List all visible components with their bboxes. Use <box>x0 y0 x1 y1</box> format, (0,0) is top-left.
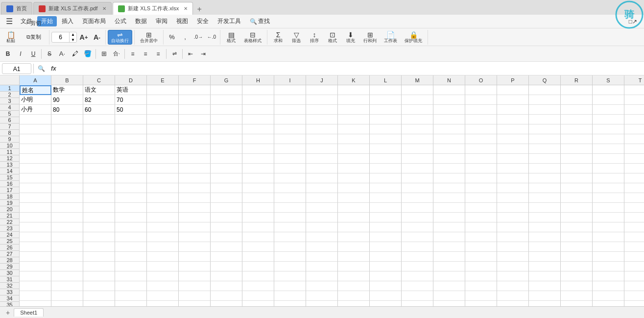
cell-B22[interactable] <box>51 291 83 301</box>
cell-G11[interactable] <box>211 183 242 193</box>
cell-S8[interactable] <box>593 154 624 164</box>
cell-D20[interactable] <box>115 271 147 281</box>
merge-center-btn[interactable]: ⊞ 合并居中 <box>137 30 161 45</box>
cell-A8[interactable] <box>20 154 51 164</box>
decimal-increase-btn[interactable]: .0→ <box>192 31 205 44</box>
cell-L17[interactable] <box>370 242 402 252</box>
cell-Q6[interactable] <box>529 134 561 144</box>
row-num-11[interactable]: 11 <box>0 149 19 155</box>
cell-E2[interactable] <box>147 95 179 105</box>
cell-R9[interactable] <box>561 164 593 173</box>
cell-R21[interactable] <box>561 281 593 291</box>
cell-P8[interactable] <box>497 154 529 164</box>
cell-S10[interactable] <box>593 173 624 183</box>
row-num-27[interactable]: 27 <box>0 251 19 257</box>
cell-G1[interactable] <box>211 85 242 95</box>
cell-G16[interactable] <box>211 232 242 242</box>
formula-fx-icon[interactable]: fx <box>49 65 58 72</box>
cell-D9[interactable] <box>115 164 147 173</box>
cell-S7[interactable] <box>593 144 624 154</box>
cell-C7[interactable] <box>83 144 115 154</box>
new-tab-button[interactable]: + <box>194 4 205 15</box>
cell-K19[interactable] <box>338 262 370 271</box>
font-color-btn[interactable]: A· <box>56 48 68 60</box>
cell-K11[interactable] <box>338 183 370 193</box>
cell-D19[interactable] <box>115 262 147 271</box>
cell-F8[interactable] <box>179 154 211 164</box>
cell-T14[interactable] <box>624 213 644 222</box>
cell-J13[interactable] <box>306 203 338 213</box>
cell-J3[interactable] <box>306 105 338 115</box>
cell-Q18[interactable] <box>529 252 561 262</box>
menu-dev-tools[interactable]: 开发工具 <box>214 16 245 26</box>
cell-I1[interactable] <box>274 85 306 95</box>
cell-C11[interactable] <box>83 183 115 193</box>
cell-T13[interactable] <box>624 203 644 213</box>
cell-B7[interactable] <box>51 144 83 154</box>
menu-formula[interactable]: 公式 <box>111 16 130 26</box>
cell-P21[interactable] <box>497 281 529 291</box>
cell-F13[interactable] <box>179 203 211 213</box>
cell-T18[interactable] <box>624 252 644 262</box>
cell-D5[interactable] <box>115 124 147 134</box>
menu-data[interactable]: 数据 <box>131 16 151 26</box>
merge-btn[interactable]: 合· <box>111 48 122 60</box>
cell-K18[interactable] <box>338 252 370 262</box>
cell-D13[interactable] <box>115 203 147 213</box>
col-header-R[interactable]: R <box>561 75 593 85</box>
cell-K4[interactable] <box>338 115 370 124</box>
cell-O15[interactable] <box>465 222 497 232</box>
cell-I6[interactable] <box>274 134 306 144</box>
row-num-34[interactable]: 34 <box>0 295 19 302</box>
cell-N4[interactable] <box>433 115 465 124</box>
cell-L14[interactable] <box>370 213 402 222</box>
cell-D7[interactable] <box>115 144 147 154</box>
cell-I22[interactable] <box>274 291 306 301</box>
col-header-T[interactable]: T <box>624 75 644 85</box>
cell-B16[interactable] <box>51 232 83 242</box>
cell-S12[interactable] <box>593 193 624 203</box>
row-num-17[interactable]: 17 <box>0 187 19 194</box>
cell-F10[interactable] <box>179 173 211 183</box>
cell-T9[interactable] <box>624 164 644 173</box>
cell-D1[interactable]: 英语 <box>115 85 147 95</box>
cell-H16[interactable] <box>242 232 274 242</box>
cell-C13[interactable] <box>83 203 115 213</box>
row-num-14[interactable]: 14 <box>0 168 19 174</box>
cell-J8[interactable] <box>306 154 338 164</box>
cell-G5[interactable] <box>211 124 242 134</box>
cell-A22[interactable] <box>20 291 51 301</box>
col-header-K[interactable]: K <box>338 75 370 85</box>
cell-I7[interactable] <box>274 144 306 154</box>
cell-A20[interactable] <box>20 271 51 281</box>
cell-J14[interactable] <box>306 213 338 222</box>
cell-Q22[interactable] <box>529 291 561 301</box>
row-num-9[interactable]: 9 <box>0 136 19 143</box>
cell-L16[interactable] <box>370 232 402 242</box>
cell-B9[interactable] <box>51 164 83 173</box>
align-left-btn[interactable]: ≡ <box>127 48 139 60</box>
cell-M8[interactable] <box>402 154 433 164</box>
cell-N17[interactable] <box>433 242 465 252</box>
cell-H10[interactable] <box>242 173 274 183</box>
cell-S14[interactable] <box>593 213 624 222</box>
cell-T4[interactable] <box>624 115 644 124</box>
cell-M22[interactable] <box>402 291 433 301</box>
cell-S9[interactable] <box>593 164 624 173</box>
cell-E3[interactable] <box>147 105 179 115</box>
wrap-text-btn[interactable]: ⇌ <box>168 48 180 60</box>
cell-G22[interactable] <box>211 291 242 301</box>
col-header-S[interactable]: S <box>593 75 624 85</box>
cell-E23[interactable] <box>147 301 179 306</box>
font-size-decrease-btn[interactable]: A- <box>91 31 103 44</box>
cell-L21[interactable] <box>370 281 402 291</box>
cell-K20[interactable] <box>338 271 370 281</box>
strikethrough-btn[interactable]: S <box>44 48 55 60</box>
cell-T11[interactable] <box>624 183 644 193</box>
cell-H7[interactable] <box>242 144 274 154</box>
cell-J9[interactable] <box>306 164 338 173</box>
cell-K16[interactable] <box>338 232 370 242</box>
cell-J2[interactable] <box>306 95 338 105</box>
cell-H13[interactable] <box>242 203 274 213</box>
cell-L12[interactable] <box>370 193 402 203</box>
